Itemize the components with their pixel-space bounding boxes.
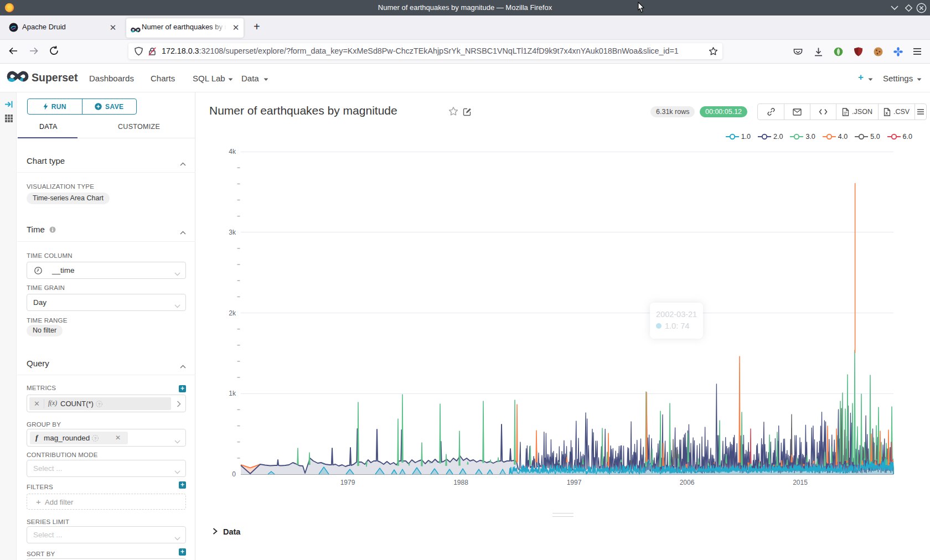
svg-text:1979: 1979 [340,479,355,486]
svg-text:?: ? [94,436,96,441]
svg-text:1k: 1k [229,390,236,397]
svg-text:0: 0 [232,470,236,478]
svg-text:2015: 2015 [793,479,808,486]
svg-text:2006: 2006 [680,479,695,486]
svg-text:3k: 3k [229,229,236,236]
svg-text:4k: 4k [229,148,236,155]
svg-text:1997: 1997 [567,479,582,486]
svg-text:?: ? [97,401,100,406]
svg-text:2k: 2k [229,309,236,317]
svg-text:1988: 1988 [453,479,468,486]
